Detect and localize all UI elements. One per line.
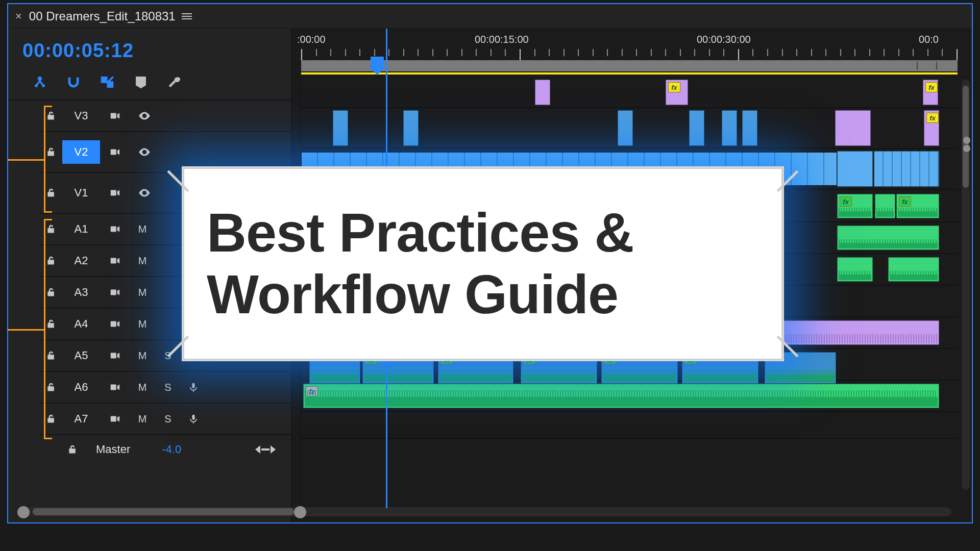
audio-clip[interactable]: fx — [896, 194, 939, 218]
mute-button[interactable]: M — [130, 413, 155, 425]
scrollbar-thumb[interactable] — [33, 508, 294, 515]
output-mapping-icon[interactable] — [255, 443, 276, 456]
audio-clip[interactable]: fx — [837, 194, 873, 218]
lane-a7: fx — [301, 381, 958, 412]
video-clip[interactable] — [835, 110, 871, 146]
work-area-bar[interactable] — [301, 60, 958, 71]
voiceover-mic-icon[interactable] — [181, 413, 206, 425]
svg-rect-8 — [111, 227, 116, 232]
video-clip[interactable] — [722, 110, 737, 146]
track-row-a6: A6 M S — [40, 372, 291, 404]
svg-rect-17 — [192, 415, 195, 420]
work-area-handle[interactable] — [917, 62, 937, 70]
snap-magnet-icon[interactable] — [66, 75, 81, 89]
video-clip[interactable] — [874, 151, 939, 187]
track-name[interactable]: A6 — [62, 375, 100, 399]
svg-rect-5 — [111, 113, 116, 119]
mute-button[interactable]: M — [130, 382, 155, 393]
render-bar — [301, 72, 958, 74]
mute-button[interactable]: M — [130, 350, 155, 362]
sequence-tab-bar: × 00 Dreamers_Edit_180831 — [8, 4, 972, 29]
video-clip[interactable] — [837, 151, 873, 187]
video-clip[interactable] — [535, 80, 550, 105]
svg-rect-18 — [261, 448, 270, 450]
source-patch-icon[interactable] — [100, 187, 130, 198]
svg-rect-3 — [101, 77, 107, 83]
linked-selection-icon[interactable] — [100, 75, 114, 89]
video-clip[interactable] — [689, 110, 704, 146]
mute-button[interactable]: M — [130, 318, 155, 330]
horizontal-scrollbar[interactable] — [18, 507, 951, 516]
close-tab-icon[interactable]: × — [15, 10, 22, 23]
toggle-visibility-eye-icon[interactable] — [130, 109, 159, 122]
lock-icon[interactable] — [61, 444, 84, 455]
source-patch-icon[interactable] — [100, 110, 130, 121]
time-ruler[interactable]: :00:00 00:00:15:00 00:00:30:00 00:0 — [292, 29, 972, 78]
lane-v3: fx fx — [301, 78, 958, 108]
track-name[interactable]: A2 — [62, 249, 100, 272]
track-name[interactable]: A7 — [62, 407, 100, 431]
video-clip[interactable] — [403, 110, 419, 146]
video-clip[interactable] — [742, 110, 757, 146]
svg-rect-7 — [111, 190, 116, 196]
svg-rect-6 — [111, 149, 116, 155]
video-clip[interactable]: fx — [924, 110, 939, 146]
source-patch-icon[interactable] — [100, 413, 130, 424]
track-name[interactable]: A5 — [62, 344, 100, 367]
source-patch-icon[interactable] — [100, 350, 130, 361]
zoom-handle-right[interactable] — [294, 506, 306, 518]
source-patch-icon[interactable] — [100, 146, 130, 158]
video-clip[interactable] — [618, 110, 633, 146]
source-patch-icon[interactable] — [100, 382, 130, 393]
ruler-ticks — [301, 49, 958, 59]
timeline-toolbar — [8, 69, 291, 99]
track-row-a7: A7 M S — [40, 404, 291, 435]
source-patch-icon[interactable] — [100, 318, 130, 330]
sequence-tab-title[interactable]: 00 Dreamers_Edit_180831 — [29, 9, 176, 23]
overlay-line2: Workflow Guide — [207, 264, 633, 325]
master-gain-value[interactable]: -4.0 — [162, 443, 181, 456]
track-name[interactable]: A1 — [62, 217, 100, 241]
playhead-marker-icon[interactable] — [371, 57, 384, 70]
mute-button[interactable]: M — [130, 223, 155, 235]
track-name[interactable]: V3 — [62, 104, 100, 128]
solo-button[interactable]: S — [155, 413, 181, 425]
audio-clip[interactable] — [888, 257, 939, 282]
track-name[interactable]: A3 — [62, 281, 100, 304]
source-patch-icon[interactable] — [100, 223, 130, 235]
lane-v2: fx — [301, 108, 958, 149]
zoom-dots[interactable] — [962, 136, 972, 153]
track-name[interactable]: A4 — [62, 312, 100, 336]
track-name[interactable]: V1 — [62, 181, 100, 205]
nest-sequence-icon[interactable] — [33, 75, 47, 89]
playhead-timecode[interactable]: 00:00:05:12 — [8, 29, 291, 69]
overlay-title-text: Best Practices & Workflow Guide — [207, 202, 633, 325]
svg-point-2 — [42, 85, 45, 87]
voiceover-mic-icon[interactable] — [181, 381, 206, 393]
solo-button[interactable]: S — [155, 382, 181, 393]
source-patch-icon[interactable] — [100, 287, 130, 298]
video-clip[interactable] — [333, 110, 348, 146]
ruler-label: 00:00:30:00 — [697, 34, 751, 45]
settings-wrench-icon[interactable] — [167, 75, 182, 89]
svg-rect-15 — [192, 383, 195, 388]
master-track-label[interactable]: Master — [87, 443, 139, 456]
mute-button[interactable]: M — [130, 287, 155, 298]
svg-rect-16 — [111, 416, 116, 422]
video-clip[interactable]: fx — [666, 80, 688, 105]
toggle-visibility-eye-icon[interactable] — [130, 145, 159, 159]
toggle-visibility-eye-icon[interactable] — [130, 186, 159, 199]
mute-button[interactable]: M — [130, 255, 155, 267]
marker-icon[interactable] — [134, 75, 148, 89]
audio-clip[interactable] — [837, 226, 939, 250]
fx-badge: fx — [925, 82, 938, 92]
audio-clip[interactable] — [837, 257, 873, 282]
track-name[interactable]: V2 — [62, 140, 100, 164]
panel-menu-icon[interactable] — [182, 12, 192, 21]
zoom-handle-left[interactable] — [17, 506, 30, 518]
svg-rect-9 — [111, 258, 116, 264]
audio-clip[interactable]: fx — [303, 384, 939, 408]
video-clip[interactable]: fx — [923, 80, 938, 105]
source-patch-icon[interactable] — [100, 255, 130, 266]
audio-clip[interactable] — [875, 194, 895, 218]
